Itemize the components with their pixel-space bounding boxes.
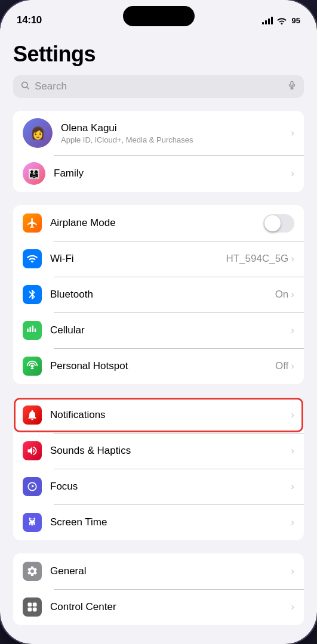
- notifications-chevron-wrap: ›: [291, 409, 294, 421]
- apple-id-item[interactable]: 👩 Olena Kagui Apple ID, iCloud+, Media &…: [13, 111, 304, 155]
- screentime-icon: [23, 513, 42, 532]
- hotspot-icon: [23, 357, 42, 376]
- sounds-chevron: ›: [291, 445, 294, 457]
- svg-rect-7: [33, 603, 37, 607]
- controlcenter-content: Control Center: [50, 601, 291, 613]
- sounds-item[interactable]: Sounds & Haptics ›: [13, 433, 304, 469]
- controlcenter-chevron-wrap: ›: [291, 601, 294, 613]
- controlcenter-item[interactable]: Control Center ›: [13, 589, 304, 625]
- profile-avatar: 👩: [23, 118, 53, 148]
- controlcenter-chevron: ›: [291, 601, 294, 613]
- cellular-icon: [23, 321, 42, 340]
- focus-chevron-wrap: ›: [291, 481, 294, 493]
- controlcenter-label: Control Center: [50, 601, 291, 613]
- phone-frame: 14:10 95 Settin: [0, 0, 317, 644]
- airplane-content: Airplane Mode: [50, 217, 263, 229]
- signal-icon: [262, 16, 273, 24]
- bluetooth-value-wrap: On ›: [275, 289, 294, 301]
- family-label: Family: [54, 168, 291, 179]
- profile-subtitle: Apple ID, iCloud+, Media & Purchases: [61, 135, 291, 144]
- dynamic-island: [123, 6, 195, 26]
- mic-icon: [287, 80, 297, 92]
- notifications-content: Notifications: [50, 409, 291, 421]
- wifi-item[interactable]: Wi-Fi HT_594C_5G ›: [13, 241, 304, 277]
- svg-point-5: [31, 365, 34, 368]
- cellular-chevron-wrap: ›: [291, 324, 294, 336]
- general-chevron-wrap: ›: [291, 565, 294, 577]
- bluetooth-content: Bluetooth: [50, 289, 275, 301]
- wifi-icon: [23, 249, 42, 268]
- general-item[interactable]: General ›: [13, 553, 304, 589]
- search-placeholder: Search: [35, 80, 282, 92]
- sounds-chevron-wrap: ›: [291, 445, 294, 457]
- profile-info: Olena Kagui Apple ID, iCloud+, Media & P…: [61, 122, 291, 144]
- family-avatar-image: 👨‍👩‍👧: [23, 162, 45, 185]
- family-chevron-icon: ›: [291, 168, 294, 179]
- profile-chevron-wrap: ›: [291, 127, 294, 139]
- battery-level: 95: [292, 16, 300, 25]
- family-item[interactable]: 👨‍👩‍👧 Family ›: [13, 155, 304, 192]
- focus-chevron: ›: [291, 481, 294, 493]
- profile-name: Olena Kagui: [61, 122, 291, 134]
- chevron-icon: ›: [291, 127, 294, 139]
- svg-rect-2: [291, 81, 293, 86]
- phone-screen: 14:10 95 Settin: [0, 0, 317, 644]
- wifi-content: Wi-Fi: [50, 253, 226, 265]
- screentime-label: Screen Time: [50, 516, 291, 528]
- profile-group: 👩 Olena Kagui Apple ID, iCloud+, Media &…: [13, 111, 304, 192]
- sounds-icon: [23, 441, 42, 460]
- wifi-value: HT_594C_5G: [226, 253, 288, 265]
- bluetooth-label: Bluetooth: [50, 289, 275, 301]
- screentime-chevron-wrap: ›: [291, 516, 294, 528]
- connectivity-group: Airplane Mode Wi-Fi: [13, 205, 304, 384]
- hotspot-value-wrap: Off ›: [275, 360, 294, 372]
- svg-rect-8: [28, 608, 32, 612]
- notifications-item[interactable]: Notifications ›: [13, 397, 304, 433]
- screentime-content: Screen Time: [50, 516, 291, 528]
- cellular-content: Cellular: [50, 324, 291, 336]
- focus-item[interactable]: Focus ›: [13, 469, 304, 504]
- focus-icon: [23, 477, 42, 496]
- avatar-image: 👩: [23, 118, 53, 148]
- page-title: Settings: [13, 42, 304, 67]
- general-chevron: ›: [291, 565, 294, 577]
- settings-content: Settings Search: [0, 32, 317, 644]
- sounds-content: Sounds & Haptics: [50, 445, 291, 457]
- controlcenter-icon: [23, 597, 42, 617]
- general-icon: [23, 562, 42, 581]
- wifi-status-icon: [276, 16, 287, 24]
- cellular-label: Cellular: [50, 324, 291, 336]
- wifi-chevron: ›: [291, 253, 294, 265]
- notifications-chevron: ›: [291, 409, 294, 421]
- sounds-label: Sounds & Haptics: [50, 445, 291, 457]
- airplane-icon: [23, 213, 42, 233]
- svg-rect-9: [33, 608, 37, 612]
- hotspot-value: Off: [275, 360, 288, 372]
- search-bar[interactable]: Search: [13, 75, 304, 98]
- search-icon: [20, 80, 30, 92]
- family-avatar: 👨‍👩‍👧: [23, 162, 45, 185]
- screentime-item[interactable]: Screen Time ›: [13, 504, 304, 540]
- general-content: General: [50, 565, 291, 577]
- wifi-label: Wi-Fi: [50, 253, 226, 265]
- focus-content: Focus: [50, 481, 291, 493]
- hotspot-item[interactable]: Personal Hotspot Off ›: [13, 348, 304, 384]
- notifications-label: Notifications: [50, 409, 291, 421]
- bluetooth-chevron: ›: [291, 289, 294, 301]
- family-chevron-wrap: ›: [291, 168, 294, 179]
- bluetooth-item[interactable]: Bluetooth On ›: [13, 277, 304, 312]
- svg-rect-6: [28, 603, 32, 607]
- bluetooth-icon: [23, 285, 42, 304]
- hotspot-content: Personal Hotspot: [50, 360, 275, 372]
- cellular-item[interactable]: Cellular ›: [13, 312, 304, 348]
- airplane-mode-item[interactable]: Airplane Mode: [13, 205, 304, 241]
- focus-label: Focus: [50, 481, 291, 493]
- general-group: General ›: [13, 553, 304, 625]
- notifications-group: Notifications › Sounds & Haptics: [13, 397, 304, 540]
- notifications-icon: [23, 405, 42, 425]
- screentime-chevron: ›: [291, 516, 294, 528]
- family-content: Family: [54, 168, 291, 179]
- toggle-knob: [264, 215, 281, 231]
- status-time: 14:10: [17, 14, 42, 26]
- airplane-toggle[interactable]: [263, 214, 294, 233]
